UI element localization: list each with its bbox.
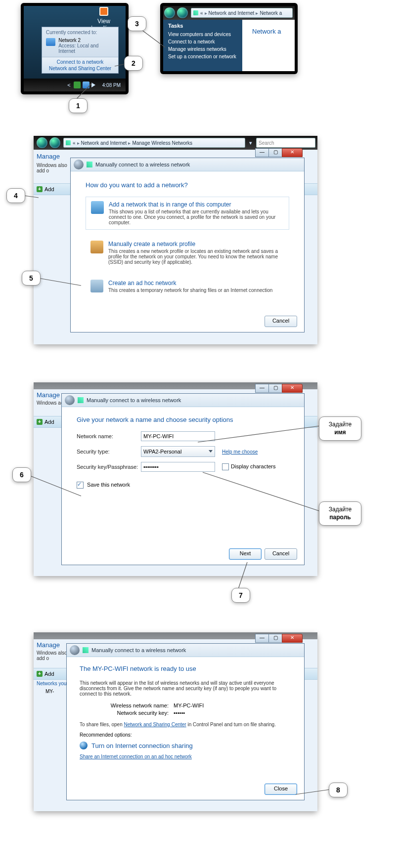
add-button[interactable]: + Add <box>37 419 54 425</box>
plus-icon: + <box>37 419 43 425</box>
recommended-label: Recommended options: <box>80 732 291 738</box>
link-network-sharing-center[interactable]: Network and Sharing Center <box>42 65 118 72</box>
wizard-heading: The MY-PC-WIFI network is ready to use <box>80 665 291 672</box>
nav-back-button[interactable] <box>37 137 47 148</box>
maximize-button[interactable]: ▢ <box>268 384 282 393</box>
option-title: Create an ad hoc network <box>108 280 272 287</box>
minimize-button[interactable]: — <box>255 384 269 393</box>
breadcrumb-1[interactable]: Network and Internet <box>81 140 127 146</box>
option-desc: This shows you a list of networks that a… <box>109 209 284 225</box>
callout-7: 7 <box>231 588 250 603</box>
signal-icon <box>66 140 71 145</box>
wizard-title: Manually connect to a wireless network <box>95 162 190 167</box>
tasks-panel: Tasks View computers and devices Connect… <box>163 20 242 71</box>
ready-description: This network will appear in the list of … <box>80 680 291 697</box>
value-wireless-name: MY-PC-WIFI <box>174 703 204 708</box>
screenshot-tray: View headlines Currently connected to: N… <box>21 3 129 94</box>
task-setup-connection[interactable]: Set up a connection or network <box>168 53 237 60</box>
address-bar[interactable]: « ▸Network and Internet ▸Manage Wireless… <box>63 138 245 148</box>
input-network-name[interactable]: MY-PC-WIFI <box>141 431 215 441</box>
add-button[interactable]: + Add <box>37 186 54 192</box>
option-adhoc[interactable]: Create an ad hoc network This creates a … <box>86 276 289 297</box>
minimize-button[interactable]: — <box>255 148 269 157</box>
link-connect-network[interactable]: Connect to a network <box>42 59 118 65</box>
nav-forward-button[interactable] <box>177 7 188 18</box>
option-turn-on-ics[interactable]: Turn on Internet connection sharing <box>80 742 291 749</box>
signal-icon <box>83 647 89 653</box>
signal-icon <box>78 397 84 403</box>
callout-3: 3 <box>128 16 146 31</box>
wizard-heading: How do you want to add a network? <box>86 181 289 189</box>
task-view-computers[interactable]: View computers and devices <box>168 31 237 38</box>
close-button[interactable]: ✕ <box>282 634 303 643</box>
callout-1: 1 <box>69 98 88 113</box>
option-manual-profile[interactable]: Manually create a network profile This c… <box>86 237 289 269</box>
minimize-button[interactable]: — <box>255 634 269 643</box>
nav-back-button[interactable] <box>164 7 175 18</box>
checkbox-display-characters[interactable] <box>222 463 229 470</box>
wizard-window: — ▢ ✕ Manually connect to a wireless net… <box>61 393 305 565</box>
globe-icon <box>80 742 88 749</box>
maximize-button[interactable]: ▢ <box>268 634 282 643</box>
breadcrumb-2[interactable]: Network a <box>260 10 282 16</box>
option-icon <box>90 280 103 292</box>
wizard-back-button[interactable] <box>70 645 80 655</box>
address-bar[interactable]: « ▸Network and Internet ▸Network a <box>191 8 293 18</box>
cancel-button[interactable]: Cancel <box>265 548 297 560</box>
tray-volume-icon[interactable] <box>91 82 98 88</box>
signal-icon <box>193 10 198 15</box>
label-security-key: Network security key: <box>94 710 169 716</box>
tray-network-icon[interactable] <box>83 82 89 88</box>
maximize-button[interactable]: ▢ <box>268 148 282 157</box>
link-help-me-choose[interactable]: Help me choose <box>222 449 258 455</box>
callout-password-hint: Задайтепароль <box>319 501 361 526</box>
link-network-sharing-center[interactable]: Network and Sharing Center <box>124 722 186 727</box>
wizard-back-button[interactable] <box>74 160 84 169</box>
wizard-titlebar: Manually connect to a wireless network <box>71 158 304 171</box>
task-manage-wireless[interactable]: Manage wireless networks <box>168 45 237 53</box>
checkbox-save-network[interactable] <box>77 482 84 489</box>
window-buttons: — ▢ ✕ <box>256 148 303 157</box>
input-security-key[interactable]: •••••••• <box>141 462 215 472</box>
label-wireless-name: Wireless network name: <box>94 703 169 708</box>
sidebar-manage: Manage <box>37 641 60 649</box>
breadcrumb-1[interactable]: Network and Internet <box>209 10 255 16</box>
wizard-window: — ▢ ✕ Manually connect to a wireless net… <box>70 158 305 332</box>
label-security-key: Security key/Passphrase: <box>77 464 141 470</box>
nav-forward-button[interactable] <box>49 137 60 148</box>
sidebar-manage: Manage <box>37 391 60 399</box>
wizard-heading: Give your network a name and choose secu… <box>77 416 289 423</box>
breadcrumb-2[interactable]: Manage Wireless Networks <box>132 140 192 146</box>
select-security-type[interactable]: WPA2-Personal <box>141 446 215 457</box>
screenshot-add-network: « ▸Network and Internet ▸Manage Wireless… <box>34 136 317 344</box>
plus-icon: + <box>37 671 43 677</box>
option-in-range[interactable]: Add a network that is in range of this c… <box>86 197 289 230</box>
add-button[interactable]: + Add <box>37 671 54 677</box>
task-connect-network[interactable]: Connect to a network <box>168 38 237 45</box>
option-title: Manually create a network profile <box>108 241 284 248</box>
close-button[interactable]: ✕ <box>282 384 303 393</box>
explorer-header: « ▸Network and Internet ▸Manage Wireless… <box>34 136 317 150</box>
option-desc: This creates a temporary network for sha… <box>108 288 272 293</box>
explorer-header: « ▸Network and Internet ▸Network a <box>163 6 295 20</box>
callout-name-hint: Задайтеимя <box>319 416 361 441</box>
option-desc: This creates a new network profile or lo… <box>108 248 284 265</box>
signal-icon <box>87 162 92 167</box>
link-share-adhoc[interactable]: Share an Internet connection on an ad ho… <box>80 754 192 759</box>
cancel-button[interactable]: Cancel <box>265 316 297 327</box>
wizard-titlebar: Manually connect to a wireless network <box>62 394 304 407</box>
close-button-bottom[interactable]: Close <box>265 784 297 795</box>
add-label: Add <box>44 671 54 677</box>
explorer-search[interactable]: Search <box>256 138 315 148</box>
share-files-text: To share files, open Network and Sharing… <box>80 722 291 727</box>
callout-6: 6 <box>12 467 31 482</box>
label-security-type: Security type: <box>77 449 141 455</box>
tray-clock: 4:08 PM <box>102 83 121 88</box>
close-button[interactable]: ✕ <box>282 148 303 157</box>
next-button[interactable]: Next <box>229 548 262 560</box>
option-icon <box>90 241 103 253</box>
tray-security-icon[interactable] <box>74 82 81 88</box>
callout-5: 5 <box>22 271 41 286</box>
connected-to-label: Currently connected to: <box>42 27 118 36</box>
wizard-back-button[interactable] <box>65 395 75 405</box>
